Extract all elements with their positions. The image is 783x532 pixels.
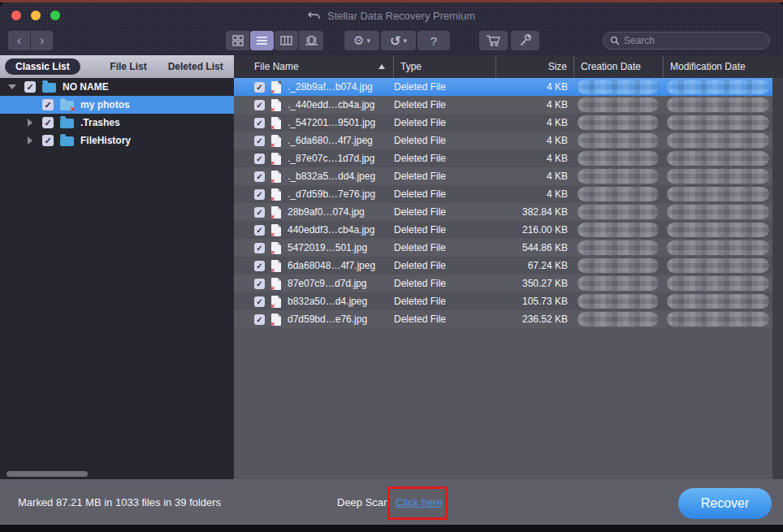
file-type-cell: Deleted File [394,278,496,289]
list-view-icon [256,36,268,45]
row-checkbox[interactable]: ✓ [254,171,265,182]
table-row[interactable]: ✓×5472019…501.jpgDeleted File544.86 KB [234,239,783,257]
register-key-button[interactable] [511,31,539,50]
table-row[interactable]: ✓×b832a50…d4.jpegDeleted File105.73 KB [234,292,783,310]
column-header-size[interactable]: Size [496,55,574,78]
deleted-x-mark: × [270,160,275,167]
sidebar: Classic ListFile ListDeleted List ✓NO NA… [0,55,234,479]
row-checkbox[interactable]: ✓ [254,100,265,110]
file-size-cell: 4 KB [496,81,574,93]
forward-button[interactable]: › [31,31,53,50]
table-row[interactable]: ✓×._28b9af…b074.jpgDeleted File4 KB [234,78,783,96]
table-row[interactable]: ✓×28b9af0…074.jpgDeleted File382.84 KB [234,203,783,221]
modification-date-cell [664,240,783,255]
redacted-modification-date [667,151,769,166]
file-name-cell: ✓×440eddf3…cb4a.jpg [234,224,394,236]
disclosure-triangle-icon[interactable] [6,84,18,89]
tab-classic-list[interactable]: Classic List [5,58,80,75]
redacted-creation-date [578,240,659,255]
redacted-modification-date [667,187,769,201]
row-checkbox[interactable]: ✓ [254,154,265,164]
coverflow-view-icon [305,36,318,45]
table-vertical-scrollbar[interactable] [772,78,783,479]
folder-icon [60,136,74,146]
redacted-modification-date [667,169,769,184]
creation-date-cell [574,169,664,184]
table-row[interactable]: ✓×6da68048…4f7.jpegDeleted File67.24 KB [234,257,783,275]
coverflow-view-button[interactable] [299,31,323,50]
row-checkbox[interactable]: ✓ [254,82,265,93]
file-name-cell: ✓×._440edd…cb4a.jpg [234,99,394,111]
scan-history-menu-button[interactable]: ↺ ▾ [381,31,416,50]
table-row[interactable]: ✓×._440edd…cb4a.jpgDeleted File4 KB [234,96,783,114]
table-row[interactable]: ✓×._547201…9501.jpgDeleted File4 KB [234,114,783,132]
file-type-cell: Deleted File [394,224,496,236]
table-row[interactable]: ✓×._d7d59b…7e76.jpgDeleted File4 KB [234,185,783,203]
deleted-file-icon: × [271,242,281,254]
triangle-right-icon [28,136,32,145]
row-checkbox[interactable]: ✓ [254,279,265,289]
column-header-file-name[interactable]: File Name [234,55,394,78]
table-row[interactable]: ✓×87e07c9…d7d.jpgDeleted File350.27 KB [234,275,783,292]
row-checkbox[interactable]: ✓ [254,207,265,218]
deleted-file-icon: × [271,224,281,236]
search-input[interactable] [624,35,763,46]
table-row[interactable]: ✓×d7d59bd…e76.jpgDeleted File236.52 KB [234,310,783,328]
row-checkbox[interactable]: ✓ [254,225,265,236]
row-checkbox[interactable]: ✓ [254,261,265,271]
row-checkbox[interactable]: ✓ [254,189,265,200]
table-row[interactable]: ✓×._6da680…4f7.jpegDeleted File4 KB [234,132,783,149]
table-row[interactable]: ✓×._b832a5…dd4.jpegDeleted File4 KB [234,167,783,185]
file-size-cell: 67.24 KB [496,260,574,271]
tree-checkbox[interactable]: ✓ [42,99,54,110]
search-field[interactable] [603,32,770,50]
recover-button[interactable]: Recover [678,488,772,519]
redacted-creation-date [578,276,659,291]
tree-checkbox[interactable]: ✓ [42,117,54,128]
disclosure-triangle-icon[interactable] [24,136,36,145]
deleted-x-mark: × [270,89,275,96]
file-size-cell: 4 KB [496,171,574,182]
tree-item[interactable]: ✓NO NAME [0,78,234,96]
settings-menu-button[interactable]: ⚙ ▾ [344,31,379,50]
redacted-creation-date [578,294,659,309]
icon-view-button[interactable] [226,31,249,50]
file-type-cell: Deleted File [394,242,496,253]
back-button[interactable]: ‹ [8,31,30,50]
row-checkbox[interactable]: ✓ [254,118,265,128]
file-size-cell: 4 KB [496,117,574,128]
grid-view-icon [232,35,244,46]
tab-file-list[interactable]: File List [95,58,162,75]
file-type-cell: Deleted File [394,188,496,200]
sidebar-horizontal-scrollbar[interactable] [6,471,88,477]
row-checkbox[interactable]: ✓ [254,314,265,325]
tree-item[interactable]: ✓FileHistory [0,132,234,149]
deep-scan-click-here-link[interactable]: Click here [396,496,443,508]
table-row[interactable]: ✓×440eddf3…cb4a.jpgDeleted File216.00 KB [234,221,783,239]
redacted-creation-date [578,115,659,130]
buy-button[interactable] [479,31,508,50]
file-name-cell: ✓×5472019…501.jpg [234,242,394,254]
tree-item[interactable]: ✓.Trashes [0,114,234,132]
file-type-cell: Deleted File [394,260,496,271]
disclosure-triangle-icon[interactable] [24,119,36,127]
file-name-text: 440eddf3…cb4a.jpg [288,224,374,236]
tree-checkbox[interactable]: ✓ [42,135,54,146]
file-name-text: ._6da680…4f7.jpeg [288,135,373,146]
row-checkbox[interactable]: ✓ [254,296,265,307]
tab-deleted-list[interactable]: Deleted List [162,58,229,75]
row-checkbox[interactable]: ✓ [254,136,265,146]
column-header-creation-date[interactable]: Creation Date [574,55,664,78]
column-header-type[interactable]: Type [394,55,496,78]
tree-checkbox[interactable]: ✓ [24,81,36,93]
list-view-button[interactable] [250,31,274,50]
redacted-modification-date [667,276,769,291]
help-button[interactable]: ? [417,31,450,50]
tree-item[interactable]: ✓×my photos [0,96,234,114]
column-view-button[interactable] [275,31,298,50]
table-row[interactable]: ✓×._87e07c…1d7d.jpgDeleted File4 KB [234,149,783,167]
file-name-text: ._440edd…cb4a.jpg [288,99,374,110]
file-type-cell: Deleted File [394,135,496,146]
column-header-modification-date[interactable]: Modification Date [664,55,783,78]
row-checkbox[interactable]: ✓ [254,243,265,253]
